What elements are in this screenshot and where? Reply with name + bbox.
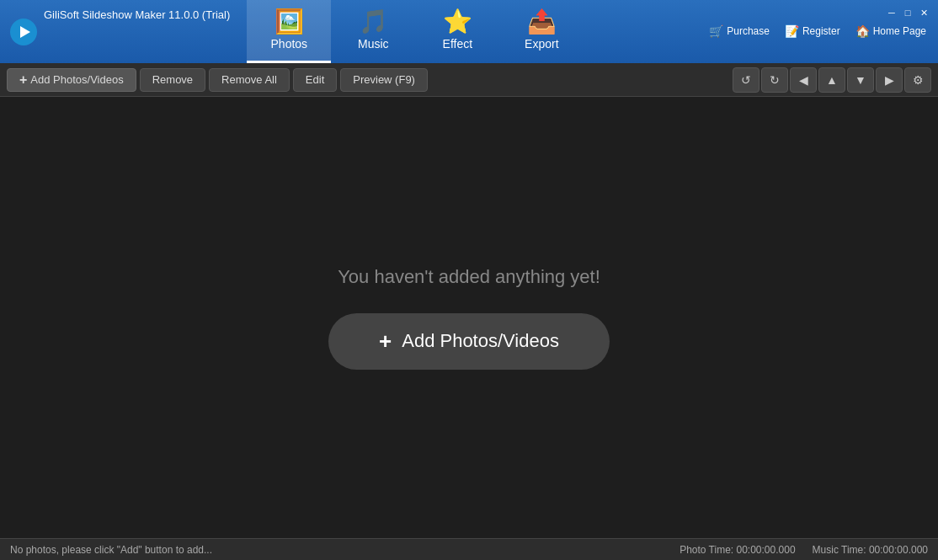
toolbar-right-icons: ↺ ↻ ◀ ▲ ▼ ▶ ⚙	[733, 67, 931, 93]
app-title: GiliSoft Sildeshow Maker 11.0.0 (Trial)	[44, 8, 230, 21]
arrow-down-button[interactable]: ▼	[847, 67, 874, 93]
title-actions: 🛒 Purchase 📝 Register 🏠 Home Page	[704, 22, 931, 40]
nav-photos-label: Photos	[271, 37, 308, 51]
arrow-left-button[interactable]: ◀	[790, 67, 817, 93]
preview-label: Preview (F9)	[353, 73, 415, 86]
add-photos-label: Add Photos/Videos	[30, 73, 123, 86]
photos-icon: 🖼️	[274, 10, 304, 34]
home-page-button[interactable]: 🏠 Home Page	[850, 22, 931, 40]
titlebar-top-left: GiliSoft Sildeshow Maker 11.0.0 (Trial) …	[0, 0, 584, 63]
export-icon: 📤	[527, 10, 557, 34]
big-plus-icon: +	[379, 328, 392, 355]
nav-effect-label: Effect	[443, 37, 473, 51]
register-icon: 📝	[785, 24, 799, 38]
add-photos-button[interactable]: + Add Photos/Videos	[7, 68, 136, 92]
close-button[interactable]: ✕	[916, 5, 931, 20]
music-time-value: 00:00:00.000	[869, 544, 928, 556]
app-logo	[8, 17, 39, 47]
purchase-label: Purchase	[727, 25, 770, 37]
register-label: Register	[802, 25, 840, 37]
remove-all-button[interactable]: Remove All	[209, 68, 290, 92]
nav-music[interactable]: 🎵 Music	[331, 0, 415, 63]
purchase-icon: 🛒	[709, 24, 723, 38]
redo-button[interactable]: ↻	[761, 67, 788, 93]
purchase-button[interactable]: 🛒 Purchase	[704, 22, 775, 40]
statusbar-left-text: No photos, please click "Add" button to …	[10, 544, 212, 556]
home-page-label: Home Page	[873, 25, 926, 37]
undo-button[interactable]: ↺	[733, 67, 759, 93]
music-time: Music Time: 00:00:00.000	[813, 544, 928, 556]
nav-music-label: Music	[358, 37, 389, 51]
effect-icon: ⭐	[443, 10, 472, 34]
arrow-up-button[interactable]: ▲	[818, 67, 845, 93]
edit-label: Edit	[306, 73, 324, 86]
add-photos-big-label: Add Photos/Videos	[402, 330, 559, 352]
home-icon: 🏠	[855, 24, 870, 38]
nav-buttons: 🖼️ Photos 🎵 Music ⭐ Effect 📤 Export	[247, 0, 584, 63]
arrow-right-button[interactable]: ▶	[876, 67, 903, 93]
nav-export[interactable]: 📤 Export	[499, 0, 584, 63]
edit-button[interactable]: Edit	[293, 68, 337, 92]
add-photos-big-button[interactable]: + Add Photos/Videos	[328, 313, 610, 370]
register-button[interactable]: 📝 Register	[780, 22, 845, 40]
photo-time: Photo Time: 00:00:00.000	[680, 544, 795, 556]
remove-label: Remove	[152, 73, 193, 86]
add-plus-icon: +	[19, 72, 27, 88]
titlebar: GiliSoft Sildeshow Maker 11.0.0 (Trial) …	[0, 0, 938, 63]
toolbar: + Add Photos/Videos Remove Remove All Ed…	[0, 63, 938, 97]
remove-button[interactable]: Remove	[140, 68, 205, 92]
statusbar: No photos, please click "Add" button to …	[0, 538, 938, 560]
titlebar-top: GiliSoft Sildeshow Maker 11.0.0 (Trial) …	[0, 0, 938, 63]
photo-time-label: Photo Time:	[680, 544, 733, 556]
titlebar-top-right: ─ □ ✕ 🛒 Purchase 📝 Register 🏠 Home Page	[704, 0, 938, 63]
nav-export-label: Export	[525, 37, 558, 51]
main-content: You haven't added anything yet! + Add Ph…	[0, 97, 938, 538]
minimize-button[interactable]: ─	[884, 5, 899, 20]
statusbar-right: Photo Time: 00:00:00.000 Music Time: 00:…	[680, 544, 928, 556]
maximize-button[interactable]: □	[900, 5, 915, 20]
window-controls: ─ □ ✕	[884, 5, 931, 20]
nav-photos[interactable]: 🖼️ Photos	[247, 0, 331, 63]
music-icon: 🎵	[359, 10, 388, 34]
empty-message: You haven't added anything yet!	[338, 266, 600, 288]
photo-time-value: 00:00:00.000	[737, 544, 796, 556]
music-time-label: Music Time:	[813, 544, 869, 556]
remove-all-label: Remove All	[221, 73, 277, 86]
preview-button[interactable]: Preview (F9)	[340, 68, 428, 92]
settings-button[interactable]: ⚙	[904, 67, 931, 93]
nav-effect[interactable]: ⭐ Effect	[415, 0, 499, 63]
